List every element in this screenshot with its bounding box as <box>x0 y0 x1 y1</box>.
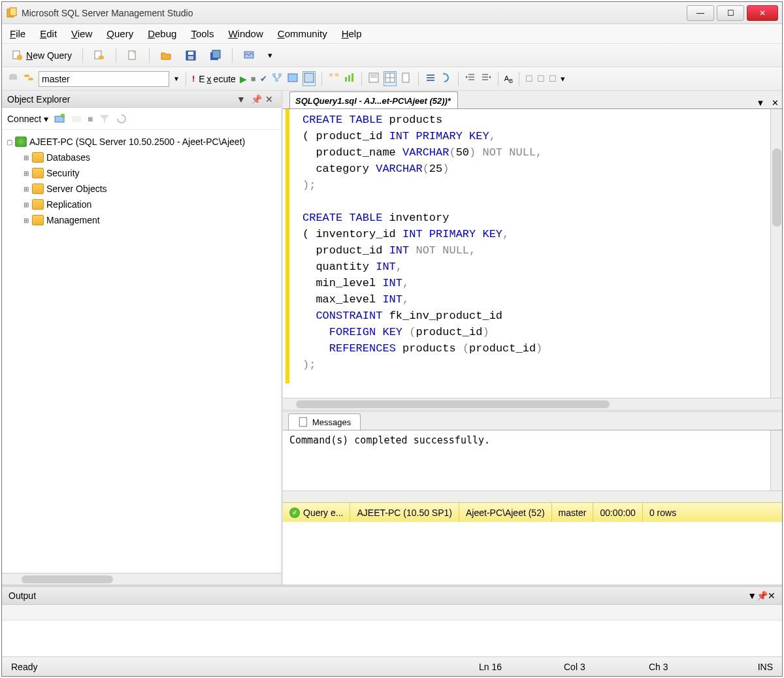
change-connection-icon[interactable] <box>7 72 19 86</box>
folder-icon <box>32 184 44 194</box>
object-tree[interactable]: ▢ AJEET-PC (SQL Server 10.50.2500 - Ajee… <box>2 130 281 573</box>
tree-node-security[interactable]: ⊞Security <box>22 165 278 181</box>
activity-monitor-icon[interactable] <box>238 47 259 64</box>
tree-node-replication[interactable]: ⊞Replication <box>22 197 278 212</box>
tree-root[interactable]: ▢ AJEET-PC (SQL Server 10.50.2500 - Ajee… <box>5 134 278 150</box>
tree-node-server-objects[interactable]: ⊞Server Objects <box>22 181 278 197</box>
menu-tools[interactable]: Tools <box>191 28 214 39</box>
messages-hscroll[interactable] <box>283 491 782 502</box>
sql-editor[interactable]: CREATE TABLE products ( product_id INT P… <box>283 109 782 410</box>
menu-view[interactable]: View <box>71 28 92 39</box>
comment-icon[interactable] <box>425 72 436 86</box>
folder-icon <box>32 215 44 225</box>
toolbar-dropdown-icon[interactable]: ▾ <box>263 47 277 64</box>
decrease-indent-icon[interactable] <box>465 72 476 86</box>
close-button[interactable]: ✕ <box>747 5 778 21</box>
menu-help[interactable]: Help <box>342 28 362 39</box>
results-text-icon[interactable] <box>368 72 380 86</box>
menu-debug[interactable]: Debug <box>148 28 176 39</box>
tab-close-icon[interactable]: ✕ <box>770 98 780 108</box>
database-combo[interactable] <box>39 71 169 87</box>
output-close-icon[interactable]: ✕ <box>768 590 776 601</box>
available-databases-icon[interactable] <box>23 72 35 86</box>
tree-node-management[interactable]: ⊞Management <box>22 212 278 228</box>
include-statistics-icon[interactable] <box>344 72 355 86</box>
editor-hscroll[interactable] <box>283 398 782 410</box>
svg-rect-11 <box>212 50 220 58</box>
connect-dropdown[interactable]: Connect ▾ <box>7 114 48 124</box>
object-explorer-header: Object Explorer ▼ 📌 ✕ <box>2 91 281 108</box>
expand-icon[interactable]: ⊞ <box>22 186 31 193</box>
refresh-tree-icon[interactable] <box>116 113 127 125</box>
svg-rect-14 <box>9 76 17 80</box>
new-query-button[interactable]: New Query <box>7 47 76 64</box>
filter-icon[interactable] <box>99 113 110 125</box>
editor-vscroll[interactable] <box>770 109 782 410</box>
titlebar[interactable]: Microsoft SQL Server Management Studio —… <box>2 2 782 24</box>
query-options-icon[interactable] <box>287 72 299 86</box>
messages-body[interactable]: Command(s) completed successfully. <box>283 430 782 502</box>
svg-rect-17 <box>272 73 276 76</box>
toolbar2-dropdown-icon[interactable]: ▾ <box>561 74 565 84</box>
output-dropdown-icon[interactable]: ▼ <box>747 590 757 601</box>
maximize-button[interactable]: ☐ <box>717 5 744 21</box>
tree-label: Replication <box>46 199 91 210</box>
save-icon[interactable] <box>180 47 201 64</box>
results-grid-icon[interactable] <box>384 71 397 86</box>
object-explorer-panel: Object Explorer ▼ 📌 ✕ Connect ▾ ■ ▢ AJEE… <box>2 91 283 585</box>
expand-icon[interactable]: ⊞ <box>22 154 31 161</box>
svg-point-5 <box>99 56 104 59</box>
minimize-button[interactable]: — <box>687 5 714 21</box>
parse-icon[interactable]: ✔ <box>260 74 267 84</box>
include-actual-plan-icon[interactable] <box>328 72 340 86</box>
tab-dropdown-icon[interactable]: ▼ <box>755 98 766 108</box>
increase-indent-icon[interactable] <box>480 72 492 86</box>
expand-icon[interactable]: ⊞ <box>22 201 31 208</box>
save-all-icon[interactable] <box>205 47 226 64</box>
connect-refresh-icon[interactable] <box>54 113 65 125</box>
results-tabbar: Messages <box>283 412 782 430</box>
results-file-icon[interactable] <box>400 72 412 86</box>
menu-query[interactable]: Query <box>106 28 133 39</box>
status-ch: Ch 3 <box>649 662 734 672</box>
debug-start-icon[interactable]: ▶ <box>240 74 247 84</box>
stop-icon[interactable]: ■ <box>251 74 256 84</box>
messages-tab[interactable]: Messages <box>288 413 361 430</box>
expand-icon[interactable]: ⊞ <box>22 170 31 177</box>
menu-window[interactable]: Window <box>228 28 263 39</box>
tree-root-label: AJEET-PC (SQL Server 10.50.2500 - Ajeet-… <box>29 137 245 147</box>
menu-edit[interactable]: Edit <box>40 28 57 39</box>
output-body[interactable] <box>2 604 782 656</box>
sql-text[interactable]: CREATE TABLE products ( product_id INT P… <box>299 109 546 410</box>
panel-dropdown-icon[interactable]: ▼ <box>237 94 247 105</box>
menu-community[interactable]: Community <box>278 28 327 39</box>
messages-text: Command(s) completed successfully. <box>289 434 490 446</box>
estimated-plan-icon[interactable] <box>271 72 283 86</box>
object-explorer-title: Object Explorer <box>7 94 70 105</box>
intellisense-icon[interactable] <box>302 71 316 86</box>
svg-rect-12 <box>244 52 253 58</box>
specify-template-icon[interactable]: AB <box>504 73 513 84</box>
svg-rect-20 <box>288 74 297 82</box>
new-item-icon[interactable] <box>122 47 143 64</box>
expand-icon[interactable]: ⊞ <box>22 217 31 224</box>
panel-close-icon[interactable]: ✕ <box>265 94 276 105</box>
editor-tab[interactable]: SQLQuery1.sql - AJ...et-PC\Ajeet (52))* <box>289 91 458 108</box>
query-status-login: Ajeet-PC\Ajeet (52) <box>459 503 552 522</box>
open-icon[interactable] <box>155 47 176 64</box>
object-explorer-hscroll[interactable] <box>2 573 281 585</box>
execute-button[interactable]: Execute <box>199 74 236 84</box>
uncomment-icon[interactable] <box>440 72 452 86</box>
tree-node-databases[interactable]: ⊞Databases <box>22 150 278 165</box>
output-pin-icon[interactable]: 📌 <box>757 590 768 601</box>
new-database-engine-query-icon[interactable] <box>89 47 110 64</box>
tree-label: Security <box>46 168 80 178</box>
svg-rect-24 <box>345 77 347 82</box>
menu-file[interactable]: File <box>10 28 25 39</box>
panel-pin-icon[interactable]: 📌 <box>251 94 261 105</box>
folder-icon <box>32 168 44 178</box>
messages-icon <box>298 416 310 428</box>
debug-stop-icon[interactable]: ! <box>192 74 195 84</box>
collapse-icon[interactable]: ▢ <box>5 138 14 146</box>
svg-rect-8 <box>188 52 193 55</box>
